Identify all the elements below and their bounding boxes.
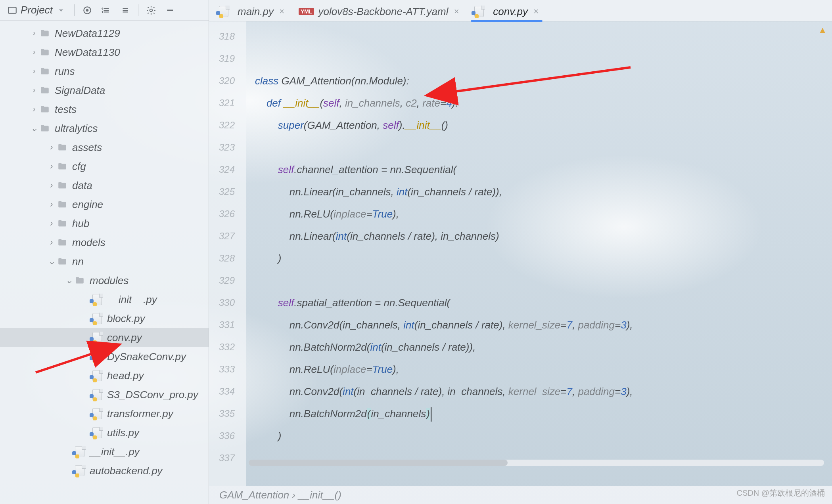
code-line[interactable]: nn.ReLU(inplace=True), — [255, 203, 832, 225]
tree-file[interactable]: conv.py — [0, 328, 209, 347]
tree-file[interactable]: utils.py — [0, 423, 209, 442]
code-line[interactable]: nn.Conv2d(in_channels, int(in_channels /… — [255, 314, 832, 336]
code-editor[interactable]: 3183193203213223233243253263273283293303… — [209, 21, 832, 486]
tree-folder[interactable]: ›cfg — [0, 157, 209, 176]
tree-folder[interactable]: ›tests — [0, 100, 209, 119]
chevron-icon[interactable]: › — [47, 218, 56, 229]
code-line[interactable]: nn.ReLU(inplace=True), — [255, 358, 832, 380]
chevron-icon[interactable]: ⌄ — [64, 275, 74, 286]
tree-item-label: runs — [55, 65, 75, 78]
warning-indicator-icon[interactable]: ▲ — [818, 25, 827, 36]
tree-file[interactable]: __init__.py — [0, 290, 209, 309]
horizontal-scrollbar[interactable] — [249, 460, 824, 466]
folder-icon — [56, 237, 68, 248]
line-number: 318 — [209, 25, 246, 48]
tree-file[interactable]: S3_DSConv_pro.py — [0, 385, 209, 404]
python-file-icon — [91, 370, 103, 382]
code-line[interactable]: nn.Conv2d(int(in_channels / rate), in_ch… — [255, 380, 832, 403]
tree-file[interactable]: DySnakeConv.py — [0, 347, 209, 366]
line-number: 337 — [209, 447, 246, 469]
settings-button[interactable] — [142, 2, 160, 19]
code-line[interactable]: nn.Linear(int(in_channels / rate), in_ch… — [255, 225, 832, 247]
tree-folder[interactable]: ›data — [0, 176, 209, 195]
code-line[interactable]: class GAM_Attention(nn.Module): — [255, 70, 832, 92]
code-line[interactable]: ) — [255, 247, 832, 269]
tree-folder[interactable]: ›hub — [0, 214, 209, 233]
line-number: 333 — [209, 358, 246, 380]
editor-tab[interactable]: YMLyolov8s-Backbone-ATT.yaml× — [293, 2, 466, 21]
project-tree[interactable]: ›NewData1129›NewData1130›runs›SignalData… — [0, 21, 209, 504]
project-view-label: Project — [21, 4, 53, 16]
python-file-icon — [91, 294, 103, 305]
chevron-icon[interactable]: ⌄ — [47, 256, 56, 267]
code-line[interactable]: nn.BatchNorm2d(int(in_channels / rate)), — [255, 336, 832, 358]
code-line[interactable] — [255, 48, 832, 70]
code-line[interactable]: nn.Linear(in_channels, int(in_channels /… — [255, 181, 832, 203]
chevron-icon[interactable]: › — [47, 237, 56, 248]
close-tab-icon[interactable]: × — [452, 6, 461, 17]
folder-icon — [39, 65, 51, 77]
line-number: 335 — [209, 403, 246, 425]
code-line[interactable]: ) — [255, 425, 832, 447]
select-opened-file-button[interactable] — [79, 2, 96, 19]
tree-folder[interactable]: ›NewData1129 — [0, 24, 209, 43]
chevron-icon[interactable]: › — [47, 180, 56, 191]
hide-button[interactable] — [161, 2, 179, 19]
chevron-icon[interactable]: › — [29, 66, 39, 76]
tree-folder[interactable]: ›SignalData — [0, 81, 209, 100]
tree-item-label: head.py — [107, 370, 144, 382]
project-view-selector[interactable]: Project — [3, 2, 70, 19]
tree-file[interactable]: head.py — [0, 366, 209, 385]
tree-item-label: conv.py — [107, 332, 142, 344]
tree-folder[interactable]: ⌄modules — [0, 271, 209, 290]
code-line[interactable]: nn.BatchNorm2d(in_channels) — [255, 403, 832, 425]
tree-item-label: nn — [72, 256, 84, 268]
close-tab-icon[interactable]: × — [278, 6, 286, 17]
folder-icon — [39, 122, 51, 134]
chevron-icon[interactable]: › — [29, 85, 39, 95]
code-line[interactable] — [255, 25, 832, 48]
folder-icon — [56, 179, 68, 191]
tree-file[interactable]: autobackend.py — [0, 461, 209, 480]
tree-item-label: __init__.py — [107, 294, 157, 306]
tree-file[interactable]: transformer.py — [0, 404, 209, 423]
tree-folder[interactable]: ›models — [0, 233, 209, 252]
tree-folder[interactable]: ›NewData1130 — [0, 43, 209, 62]
line-number: 328 — [209, 247, 246, 269]
chevron-icon[interactable]: › — [29, 104, 39, 115]
code-line[interactable] — [255, 136, 832, 158]
chevron-down-icon — [56, 5, 66, 15]
chevron-icon[interactable]: ⌄ — [29, 123, 39, 134]
tree-folder[interactable]: ⌄nn — [0, 252, 209, 271]
editor-tab[interactable]: main.py× — [212, 2, 291, 21]
tree-folder[interactable]: ⌄ultralytics — [0, 119, 209, 138]
code-line[interactable]: self.spatial_attention = nn.Sequential( — [255, 292, 832, 314]
line-number: 320 — [209, 70, 246, 92]
chevron-icon[interactable]: › — [29, 28, 39, 38]
code-line[interactable] — [255, 269, 832, 292]
chevron-icon[interactable]: › — [47, 199, 56, 210]
code-line[interactable]: self.channel_attention = nn.Sequential( — [255, 158, 832, 181]
folder-icon — [56, 141, 68, 153]
code-content[interactable]: class GAM_Attention(nn.Module): def __in… — [246, 21, 832, 486]
chevron-icon[interactable]: › — [29, 47, 39, 57]
code-line[interactable]: super(GAM_Attention, self).__init__() — [255, 114, 832, 136]
collapse-all-button[interactable] — [117, 2, 134, 19]
tree-file[interactable]: block.py — [0, 309, 209, 328]
tree-folder[interactable]: ›runs — [0, 62, 209, 81]
gear-icon — [146, 5, 156, 15]
tree-item-label: NewData1129 — [55, 27, 120, 40]
tree-file[interactable]: __init__.py — [0, 442, 209, 461]
expand-all-button[interactable] — [98, 2, 115, 19]
editor-tab[interactable]: conv.py× — [468, 2, 546, 21]
python-file-icon — [218, 6, 230, 17]
code-line[interactable]: def __init__(self, in_channels, c2, rate… — [255, 92, 832, 114]
tree-folder[interactable]: ›engine — [0, 195, 209, 214]
separator — [138, 4, 138, 16]
close-tab-icon[interactable]: × — [532, 6, 540, 17]
chevron-icon[interactable]: › — [47, 142, 56, 153]
gutter: 3183193203213223233243253263273283293303… — [209, 21, 246, 486]
scrollbar-thumb[interactable] — [249, 460, 508, 466]
tree-folder[interactable]: ›assets — [0, 138, 209, 157]
chevron-icon[interactable]: › — [47, 161, 56, 172]
